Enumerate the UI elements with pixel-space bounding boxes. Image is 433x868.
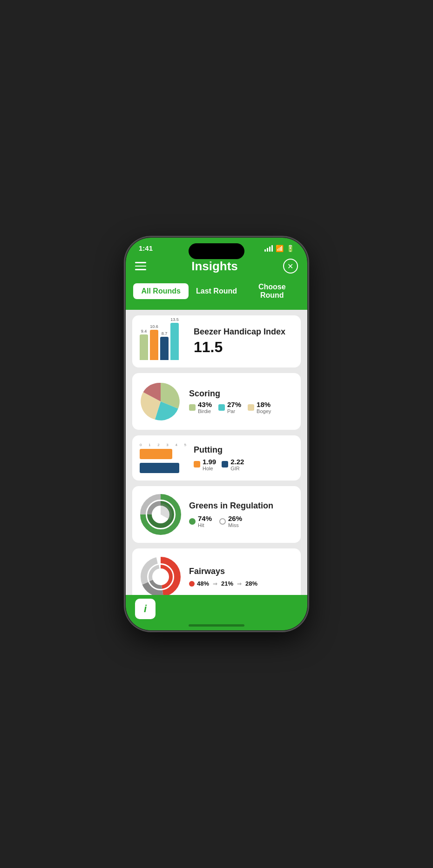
bar-group: 10.6 xyxy=(150,324,158,360)
hole-color xyxy=(194,461,200,467)
arrow-right-1: ⇒ xyxy=(213,581,217,587)
bogey-pct: 18% xyxy=(257,401,271,408)
bar-label: 8.7 xyxy=(162,331,168,336)
gir-color xyxy=(222,461,228,467)
fairways-chart xyxy=(140,556,182,595)
legend-bogey: 18% Bogey xyxy=(248,401,271,414)
gir-hit: 74% Hit xyxy=(189,514,212,528)
bogey-color xyxy=(248,404,254,411)
bar xyxy=(170,323,179,360)
status-icons: 📶 🔋 xyxy=(264,245,294,252)
info-button[interactable]: i xyxy=(135,599,156,619)
tab-all-rounds[interactable]: All Rounds xyxy=(133,283,189,299)
par-label: Par xyxy=(227,408,241,414)
bar-group: 9.4 xyxy=(140,329,148,360)
putting-title: Putting xyxy=(194,445,293,455)
handicap-card: 9.410.68.713.5 Beezer Handicap Index 11.… xyxy=(132,315,301,367)
par-color xyxy=(218,404,225,411)
gir-value: 2.22 xyxy=(230,458,244,466)
fairways-title: Fairways xyxy=(189,567,293,576)
putting-info: Putting 1.99 Hole 2.22 xyxy=(194,445,293,471)
scoring-chart xyxy=(140,381,182,422)
close-icon: ✕ xyxy=(287,262,293,271)
handicap-info: Beezer Handicap Index 11.5 xyxy=(194,327,293,356)
status-time: 1:41 xyxy=(139,244,153,252)
scoring-title: Scoring xyxy=(189,389,293,399)
fairways-other-pct: 28% xyxy=(245,580,257,587)
handicap-chart: 9.410.68.713.5 xyxy=(140,323,186,360)
bar-group: 8.7 xyxy=(160,331,169,360)
miss-pct: 26% xyxy=(228,514,242,522)
bar-label: 9.4 xyxy=(141,329,147,334)
page-title: Insights xyxy=(191,259,238,274)
putting-bar-gir xyxy=(140,463,179,473)
app-header: Insights ✕ xyxy=(126,256,307,279)
putting-gir: 2.22 GIR xyxy=(222,458,244,471)
hit-label: Hit xyxy=(198,522,212,528)
tab-last-round[interactable]: Last Round xyxy=(189,283,244,299)
bogey-label: Bogey xyxy=(257,408,271,414)
battery-icon: 🔋 xyxy=(286,245,294,252)
bar xyxy=(160,337,169,360)
putting-bar-hole xyxy=(140,449,172,459)
hole-value: 1.99 xyxy=(203,458,216,466)
close-button[interactable]: ✕ xyxy=(283,259,298,274)
main-content: 9.410.68.713.5 Beezer Handicap Index 11.… xyxy=(126,310,307,595)
birdie-pct: 43% xyxy=(198,401,212,408)
scoring-card: Scoring 43% Birdie 27% xyxy=(132,373,301,430)
hit-pct: 74% xyxy=(198,514,212,522)
home-indicator xyxy=(189,624,244,627)
tab-choose-round[interactable]: Choose Round xyxy=(244,279,300,303)
gir-chart xyxy=(140,494,182,535)
fairways-card: Fairways 48% ⇒ 21% ⇒ 28% xyxy=(132,548,301,595)
handicap-value: 11.5 xyxy=(194,339,293,356)
scoring-info: Scoring 43% Birdie 27% xyxy=(189,389,293,414)
gir-title: Greens in Regulation xyxy=(189,501,293,511)
fairways-hit-pct: 48% xyxy=(197,580,209,587)
fairways-mid-pct: 21% xyxy=(221,580,233,587)
bar-label: 10.6 xyxy=(150,324,158,329)
miss-color xyxy=(219,518,226,525)
fairways-info: Fairways 48% ⇒ 21% ⇒ 28% xyxy=(189,567,293,587)
signal-icon xyxy=(264,245,273,252)
tab-bar: All Rounds Last Round Choose Round xyxy=(126,279,307,310)
handicap-title: Beezer Handicap Index xyxy=(194,327,293,337)
bar-label: 13.5 xyxy=(170,317,179,322)
fairways-hit-color xyxy=(189,581,195,587)
miss-label: Miss xyxy=(228,522,242,528)
menu-button[interactable] xyxy=(135,262,146,270)
putting-card: 0 1 2 3 4 5 Putting xyxy=(132,435,301,481)
fairways-hit: 48% xyxy=(189,580,209,587)
putting-chart: 0 1 2 3 4 5 xyxy=(140,443,186,473)
gir-card: Greens in Regulation 74% Hit xyxy=(132,486,301,543)
legend-birdie: 43% Birdie xyxy=(189,401,212,414)
putting-hole: 1.99 Hole xyxy=(194,458,216,471)
gir-miss: 26% Miss xyxy=(219,514,242,528)
fairways-other: 28% xyxy=(245,580,257,587)
dynamic-island xyxy=(189,243,244,259)
scoring-legend: 43% Birdie 27% Par xyxy=(189,401,293,414)
gir-info: Greens in Regulation 74% Hit xyxy=(189,501,293,528)
birdie-color xyxy=(189,404,196,411)
arrow-right-2: ⇒ xyxy=(237,581,242,587)
legend-par: 27% Par xyxy=(218,401,241,414)
bar-group: 13.5 xyxy=(170,317,179,360)
wifi-icon: 📶 xyxy=(276,245,284,252)
bar xyxy=(150,330,158,360)
hit-color xyxy=(189,518,196,525)
gir-label: GIR xyxy=(230,466,244,471)
hole-label: Hole xyxy=(203,466,216,471)
par-pct: 27% xyxy=(227,401,241,408)
info-icon: i xyxy=(144,603,147,615)
bar xyxy=(140,334,148,360)
fairways-mid: 21% xyxy=(221,580,233,587)
